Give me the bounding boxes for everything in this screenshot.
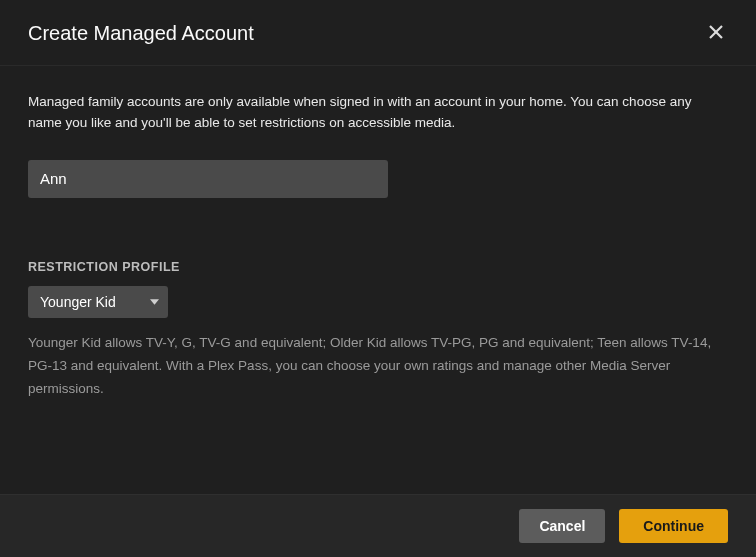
close-icon xyxy=(708,24,724,43)
restriction-description: Younger Kid allows TV-Y, G, TV-G and equ… xyxy=(28,332,728,401)
intro-text: Managed family accounts are only availab… xyxy=(28,92,728,134)
cancel-button[interactable]: Cancel xyxy=(519,509,605,543)
restriction-profile-select[interactable]: Younger Kid xyxy=(28,286,168,318)
close-button[interactable] xyxy=(704,20,728,47)
restriction-profile-select-wrap: Younger Kid xyxy=(28,286,168,318)
name-input[interactable] xyxy=(28,160,388,198)
dialog-footer: Cancel Continue xyxy=(0,494,756,557)
dialog-body: Managed family accounts are only availab… xyxy=(0,66,756,427)
continue-button[interactable]: Continue xyxy=(619,509,728,543)
dialog-header: Create Managed Account xyxy=(0,0,756,66)
restriction-profile-label: RESTRICTION PROFILE xyxy=(28,260,728,274)
dialog-title: Create Managed Account xyxy=(28,22,254,45)
